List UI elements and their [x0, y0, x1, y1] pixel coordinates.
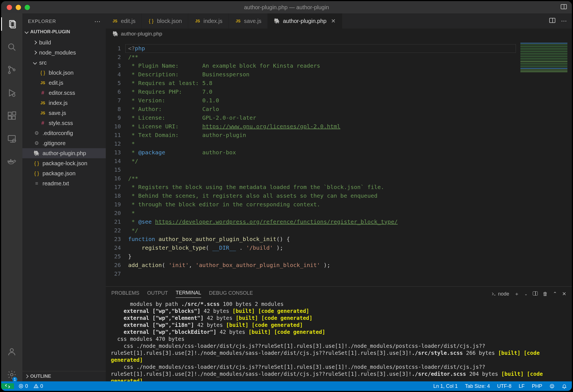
panel-tab-terminal[interactable]: TERMINAL: [176, 290, 201, 298]
minimap[interactable]: [519, 42, 569, 75]
svg-rect-9: [8, 112, 11, 115]
tree-label: edit.js: [49, 80, 63, 86]
project-header[interactable]: AUTHOR-PLUGIN: [22, 27, 106, 37]
status-errors[interactable]: 0: [18, 383, 28, 389]
window-close-button[interactable]: [7, 5, 12, 10]
status-encoding[interactable]: UTF-8: [497, 383, 511, 389]
file-package-lock.json[interactable]: { }package-lock.json: [22, 158, 106, 168]
file-.editorconfig[interactable]: ⚙.editorconfig: [22, 128, 106, 138]
tab-label: author-plugin.php: [283, 18, 327, 24]
breadcrumb[interactable]: 🐘 author-plugin.php: [106, 29, 572, 39]
file-package.json[interactable]: { }package.json: [22, 168, 106, 178]
tree-label: readme.txt: [43, 180, 69, 187]
editor-more-icon[interactable]: ⋯: [561, 18, 567, 24]
file-.gitignore[interactable]: ⚙.gitignore: [22, 138, 106, 148]
chevron-right-icon: [25, 374, 29, 378]
svg-point-30: [553, 386, 553, 386]
svg-point-8: [13, 94, 15, 96]
run-debug-icon[interactable]: [1, 86, 22, 100]
remote-explorer-icon[interactable]: [1, 132, 22, 145]
tree-label: author-plugin.php: [43, 150, 86, 157]
remote-indicator[interactable]: [1, 383, 14, 389]
titlebar-layout-icon[interactable]: [561, 4, 567, 11]
window-title: author-plugin.php — author-plugin: [1, 4, 572, 11]
extensions-icon[interactable]: [1, 109, 22, 122]
svg-point-29: [551, 386, 552, 386]
tree-label: index.js: [49, 100, 68, 106]
file-readme.txt[interactable]: ≡readme.txt: [22, 178, 106, 188]
tree-label: package.json: [43, 170, 76, 177]
titlebar: author-plugin.php — author-plugin: [1, 1, 572, 13]
chevron-icon: [33, 41, 37, 44]
code-content[interactable]: <?php /** * Plugin Name: An example bloc…: [125, 39, 572, 286]
svg-point-2: [9, 44, 14, 49]
status-warnings-count: 0: [40, 383, 43, 389]
status-eol[interactable]: LF: [519, 383, 525, 389]
close-icon[interactable]: ✕: [331, 18, 336, 24]
tree-label: .editorconfig: [43, 130, 73, 136]
file-save.js[interactable]: JSsave.js: [22, 108, 106, 118]
chevron-icon: [33, 51, 37, 55]
file-block.json[interactable]: { }block.json: [22, 68, 106, 78]
file-style.scss[interactable]: #style.scss: [22, 118, 106, 128]
panel-tab-debug-console[interactable]: DEBUG CONSOLE: [209, 290, 253, 298]
file-edit.js[interactable]: JSedit.js: [22, 78, 106, 88]
panel-tab-output[interactable]: OUTPUT: [147, 290, 168, 298]
folder-src[interactable]: src: [22, 58, 106, 68]
status-feedback-icon[interactable]: [549, 384, 555, 389]
split-terminal-icon[interactable]: [533, 291, 538, 297]
tab-author-plugin.php[interactable]: 🐘author-plugin.php✕: [268, 13, 342, 29]
tree-label: style.scss: [49, 120, 73, 126]
file-author-plugin.php[interactable]: 🐘author-plugin.php: [22, 148, 106, 158]
panel-tab-problems[interactable]: PROBLEMS: [111, 290, 139, 298]
window-zoom-button[interactable]: [25, 5, 30, 10]
status-tab-size[interactable]: Tab Size: 4: [465, 383, 490, 389]
split-editor-icon[interactable]: [549, 18, 555, 24]
tree-label: build: [39, 39, 51, 46]
outline-header[interactable]: OUTLINE: [22, 371, 106, 381]
editor-tabs: JSedit.js{ }block.jsonJSindex.jsJSsave.j…: [106, 13, 572, 29]
kill-terminal-icon[interactable]: 🗑: [543, 291, 548, 297]
tree-label: package-lock.json: [43, 160, 87, 167]
docker-icon[interactable]: [1, 155, 22, 168]
vscode-window: author-plugin.php — author-plugin: [1, 1, 572, 391]
traffic-lights: [1, 5, 30, 10]
file-editor.scss[interactable]: #editor.scss: [22, 88, 106, 98]
status-bell-icon[interactable]: [562, 384, 567, 389]
sidebar-header: EXPLORER ⋯: [22, 13, 106, 27]
panel-close-icon[interactable]: ✕: [562, 291, 566, 297]
tab-save.js[interactable]: JSsave.js: [229, 13, 268, 29]
line-gutter: 1234567891011121314151617181920212223242…: [106, 39, 125, 286]
explorer-icon[interactable]: [1, 17, 22, 31]
status-cursor-pos[interactable]: Ln 1, Col 1: [433, 383, 458, 389]
new-terminal-icon[interactable]: ＋: [514, 291, 519, 297]
tab-block.json[interactable]: { }block.json: [142, 13, 188, 29]
accounts-icon[interactable]: [1, 345, 22, 358]
status-language[interactable]: PHP: [532, 383, 542, 389]
outline-label: OUTLINE: [30, 374, 51, 379]
sidebar-more-icon[interactable]: ⋯: [94, 18, 101, 25]
tab-index.js[interactable]: JSindex.js: [188, 13, 229, 29]
settings-gear-icon[interactable]: [1, 368, 22, 381]
terminal-output[interactable]: modules by path ./src/*.scss 100 bytes 2…: [106, 299, 572, 381]
terminal-shell-picker[interactable]: node: [491, 291, 509, 297]
tree-label: .gitignore: [43, 140, 65, 147]
window-minimize-button[interactable]: [16, 5, 21, 10]
folder-node_modules[interactable]: node_modules: [22, 48, 106, 58]
chevron-down-icon: [25, 30, 29, 34]
code-editor[interactable]: 1234567891011121314151617181920212223242…: [106, 39, 572, 286]
search-icon[interactable]: [1, 40, 22, 54]
terminal-dropdown-icon[interactable]: ⌄: [524, 292, 528, 296]
statusbar: 0 0 Ln 1, Col 1 Tab Size: 4 UTF-8 LF PHP: [1, 381, 572, 391]
tab-label: block.json: [157, 18, 182, 24]
tab-edit.js[interactable]: JSedit.js: [106, 13, 142, 29]
source-control-icon[interactable]: [1, 63, 22, 77]
folder-build[interactable]: build: [22, 37, 106, 48]
tab-label: save.js: [244, 18, 261, 24]
bottom-panel: PROBLEMS OUTPUT TERMINAL DEBUG CONSOLE n…: [106, 286, 572, 381]
sidebar-title: EXPLORER: [28, 19, 56, 24]
tree-label: save.js: [49, 110, 66, 116]
file-index.js[interactable]: JSindex.js: [22, 98, 106, 108]
panel-maximize-icon[interactable]: ⌃: [553, 291, 557, 297]
status-warnings[interactable]: 0: [34, 383, 43, 389]
